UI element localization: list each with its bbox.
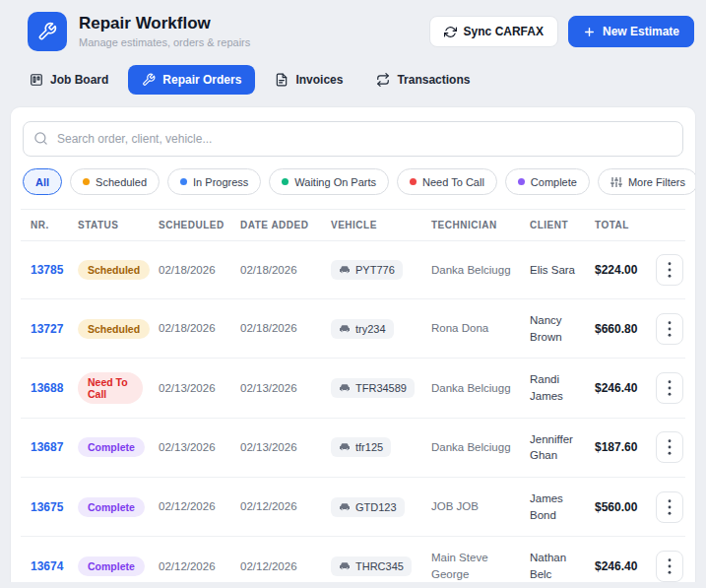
filter-scheduled[interactable]: Scheduled <box>70 168 160 195</box>
status-badge: Need To Call <box>78 372 143 404</box>
search-input[interactable] <box>23 121 683 157</box>
car-icon <box>339 560 351 572</box>
filter-label: Waiting On Parts <box>294 176 376 188</box>
row-actions-button[interactable] <box>656 491 683 523</box>
total-amount: $187.60 <box>595 440 637 454</box>
filter-complete[interactable]: Complete <box>505 168 590 195</box>
row-actions-button[interactable] <box>656 551 683 582</box>
filter-label: In Progress <box>193 176 248 188</box>
header-text: Repair Workflow Manage estimates, orders… <box>79 15 250 49</box>
table-row: 13687 Complete 02/13/2026 02/13/2026 tfr… <box>21 418 685 477</box>
status-dot <box>180 178 187 185</box>
filter-more-filters[interactable]: More Filters <box>598 168 696 195</box>
tab-job-board[interactable]: Job Board <box>16 65 122 95</box>
order-number-link[interactable]: 13687 <box>31 440 63 454</box>
kebab-menu-icon <box>668 262 672 278</box>
column-client: Client <box>522 210 587 241</box>
kebab-menu-icon <box>668 321 672 337</box>
filter-label: Need To Call <box>422 176 484 188</box>
technician-name: Danka Belciugg <box>431 441 511 453</box>
vehicle-plate: try234 <box>355 323 386 335</box>
app-header: Repair Workflow Manage estimates, orders… <box>10 12 696 51</box>
technician-name: Rona Dona <box>431 322 488 334</box>
new-estimate-label: New Estimate <box>603 25 679 38</box>
tab-label: Invoices <box>295 73 343 87</box>
kebab-menu-icon <box>668 558 672 574</box>
vehicle-pill: tfr125 <box>331 437 391 457</box>
scheduled-date: 02/13/2026 <box>159 382 216 394</box>
orders-table: Nr. Status Scheduled Date Added Vehicle … <box>21 209 685 582</box>
technician-name: JOB JOB <box>431 500 479 512</box>
car-icon <box>339 441 351 453</box>
vehicle-pill: try234 <box>331 319 394 339</box>
table-row: 13785 Scheduled 02/18/2026 02/18/2026 PY… <box>21 241 685 299</box>
status-dot <box>282 178 289 185</box>
refresh-icon <box>444 26 457 38</box>
date-added: 02/13/2026 <box>240 382 297 394</box>
vehicle-pill: PYT776 <box>331 260 403 280</box>
filter-all[interactable]: All <box>23 168 62 195</box>
filter-in-progress[interactable]: In Progress <box>167 168 261 195</box>
board-columns-icon <box>30 73 43 87</box>
transfer-arrows-icon <box>376 73 390 87</box>
row-actions-button[interactable] <box>656 313 683 345</box>
vehicle-pill: GTD123 <box>331 497 405 517</box>
technician-name: Danka Belciugg <box>431 382 511 394</box>
wrench-icon <box>37 22 57 41</box>
technician-name: Danka Belciugg <box>431 264 511 276</box>
order-number-link[interactable]: 13785 <box>31 263 63 277</box>
filter-need-to-call[interactable]: Need To Call <box>397 168 497 195</box>
scheduled-date: 02/12/2026 <box>159 500 216 512</box>
scheduled-date: 02/12/2026 <box>159 560 216 572</box>
search-icon <box>33 131 48 146</box>
order-number-link[interactable]: 13688 <box>31 381 63 395</box>
total-amount: $560.00 <box>595 500 637 514</box>
scheduled-date: 02/13/2026 <box>159 441 216 453</box>
order-number-link[interactable]: 13674 <box>31 559 63 573</box>
orders-table-wrap: Nr. Status Scheduled Date Added Vehicle … <box>21 209 685 582</box>
kebab-menu-icon <box>668 439 672 455</box>
orders-card: AllScheduledIn ProgressWaiting On PartsN… <box>10 106 696 582</box>
status-badge: Scheduled <box>78 319 150 339</box>
kebab-menu-icon <box>668 380 672 396</box>
total-amount: $224.00 <box>595 263 637 277</box>
tab-transactions[interactable]: Transactions <box>362 65 483 95</box>
total-amount: $660.80 <box>595 322 637 336</box>
car-icon <box>339 382 351 394</box>
status-badge: Complete <box>78 497 145 517</box>
order-number-link[interactable]: 13727 <box>31 322 63 336</box>
filter-bar: AllScheduledIn ProgressWaiting On PartsN… <box>21 168 685 195</box>
column-technician: Technician <box>423 210 522 241</box>
new-estimate-button[interactable]: New Estimate <box>568 16 694 47</box>
status-dot <box>410 178 417 185</box>
filter-waiting-on-parts[interactable]: Waiting On Parts <box>269 168 389 195</box>
wrench-icon <box>142 73 156 87</box>
search-bar <box>23 121 683 157</box>
tab-bar: Job Board Repair Orders Invoices Transac… <box>10 65 696 95</box>
sync-carfax-label: Sync CARFAX <box>464 25 544 38</box>
total-amount: $246.40 <box>595 381 637 395</box>
row-actions-button[interactable] <box>656 254 683 286</box>
filter-label: Complete <box>531 176 577 188</box>
date-added: 02/18/2026 <box>240 322 297 334</box>
tab-invoices[interactable]: Invoices <box>261 65 356 95</box>
car-icon <box>339 323 351 335</box>
table-body: 13785 Scheduled 02/18/2026 02/18/2026 PY… <box>21 241 685 583</box>
vehicle-plate: TFR34589 <box>355 382 407 394</box>
date-added: 02/12/2026 <box>240 500 297 512</box>
sync-carfax-button[interactable]: Sync CARFAX <box>429 16 558 47</box>
kebab-menu-icon <box>668 499 672 515</box>
row-actions-button[interactable] <box>656 372 683 404</box>
order-number-link[interactable]: 13675 <box>31 500 63 514</box>
scheduled-date: 02/18/2026 <box>159 322 216 334</box>
client-name: Jenniffer Ghan <box>530 433 573 462</box>
filter-label: All <box>35 176 49 188</box>
table-row: 13688 Need To Call 02/13/2026 02/13/2026… <box>21 359 685 418</box>
tab-label: Repair Orders <box>162 73 241 87</box>
table-row: 13727 Scheduled 02/18/2026 02/18/2026 tr… <box>21 299 685 359</box>
row-actions-button[interactable] <box>656 431 683 463</box>
page-title: Repair Workflow <box>79 15 250 33</box>
column-nr: Nr. <box>21 210 70 241</box>
tab-repair-orders[interactable]: Repair Orders <box>128 65 255 95</box>
sliders-icon <box>610 176 622 188</box>
